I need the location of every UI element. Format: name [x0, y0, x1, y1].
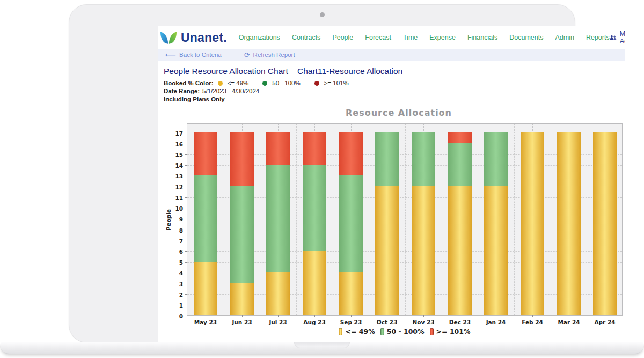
- webcam-icon: [320, 12, 325, 17]
- bar-segment: [230, 283, 254, 315]
- legend-swatch-icon: [339, 328, 342, 335]
- y-axis-tick: [185, 197, 187, 198]
- bar-segment: [412, 132, 435, 186]
- category-bottom-tick: [242, 315, 243, 317]
- my-account-button[interactable]: My Account: [610, 30, 625, 45]
- back-to-criteria-label: Back to Criteria: [179, 51, 222, 58]
- bar-segment: [521, 132, 544, 315]
- bar-segment: [339, 175, 363, 272]
- bar-segment: [266, 272, 290, 315]
- booked-color-legend-row: Booked % Color: <= 49%50 - 100%>= 101%: [164, 80, 625, 86]
- bar-segment: [194, 132, 217, 175]
- y-axis-label: 12: [167, 184, 183, 190]
- bar-segment: [194, 175, 217, 261]
- users-icon: [610, 34, 617, 41]
- y-axis-label: 10: [167, 205, 183, 212]
- y-axis-label: 17: [167, 130, 183, 137]
- bar-segment: [194, 262, 217, 315]
- plans-note: Including Plans Only: [164, 96, 625, 102]
- nav-item-organizations[interactable]: Organizations: [239, 34, 280, 41]
- y-axis-tick: [185, 165, 187, 166]
- y-axis-label: 9: [167, 216, 183, 222]
- bar-segment: [484, 186, 508, 315]
- nav-item-documents[interactable]: Documents: [509, 34, 543, 41]
- v-gridline: [587, 124, 587, 315]
- v-gridline: [296, 124, 297, 315]
- booked-legend-item: 50 - 100%: [262, 80, 300, 86]
- v-gridline: [405, 124, 406, 315]
- booked-legend-label: <= 49%: [228, 80, 249, 86]
- stacked-bar-may-23: [194, 132, 217, 315]
- refresh-report-label: Refresh Report: [253, 51, 295, 58]
- y-axis-tick: [185, 208, 187, 208]
- date-range-row: Date Range: 5/1/2023 - 4/30/2024: [164, 88, 625, 94]
- x-axis-label: Apr 24: [594, 319, 615, 325]
- category-bottom-tick: [278, 315, 279, 317]
- report-content: People Resource Allocation Chart – Chart…: [158, 61, 625, 335]
- stacked-bar-sep-23: [339, 132, 363, 315]
- refresh-report-link[interactable]: ⟳ Refresh Report: [244, 51, 295, 58]
- chart-legend-label: <= 49%: [345, 327, 375, 335]
- bar-segment: [230, 132, 254, 186]
- stacked-bar-aug-23: [303, 132, 326, 315]
- chart-legend-item: 50 - 100%: [380, 327, 425, 335]
- stacked-bar-nov-23: [412, 132, 435, 315]
- chart-legend-label: 50 - 100%: [387, 327, 425, 335]
- y-axis-label: 5: [167, 259, 183, 266]
- stacked-bar-feb-24: [521, 132, 544, 315]
- bar-segment: [593, 132, 617, 315]
- category-bottom-tick: [351, 315, 352, 317]
- y-axis-label: 6: [167, 249, 183, 255]
- y-axis-label: 8: [167, 227, 183, 234]
- v-gridline: [369, 124, 369, 315]
- category-bottom-tick: [387, 315, 387, 317]
- v-gridline: [333, 124, 333, 315]
- v-gridline: [260, 124, 260, 315]
- booked-legend-label: >= 101%: [324, 80, 349, 86]
- x-axis-label: Feb 24: [522, 319, 543, 325]
- nav-item-financials[interactable]: Financials: [467, 34, 497, 41]
- x-axis-label: Dec 23: [449, 319, 471, 325]
- v-gridline: [514, 124, 515, 315]
- booked-legend-item: >= 101%: [314, 80, 349, 86]
- nav-item-contracts[interactable]: Contracts: [292, 34, 321, 41]
- y-axis-label: 3: [167, 281, 183, 287]
- bar-segment: [266, 132, 290, 165]
- y-axis-tick: [185, 154, 187, 155]
- y-axis-label: 15: [167, 152, 183, 158]
- nav-item-forecast[interactable]: Forecast: [365, 34, 391, 41]
- back-to-criteria-link[interactable]: ⟵ Back to Criteria: [165, 51, 222, 58]
- bar-segment: [303, 165, 326, 250]
- y-axis-tick: [185, 294, 187, 295]
- y-axis-tick: [185, 176, 187, 176]
- y-axis-label: 14: [167, 162, 183, 169]
- y-axis-tick: [185, 219, 187, 219]
- my-account-label: My Account: [620, 30, 625, 45]
- x-axis-label: Jun 23: [232, 319, 252, 325]
- x-axis-label: Oct 23: [377, 319, 397, 325]
- nav-item-time[interactable]: Time: [403, 34, 418, 41]
- nav-item-admin[interactable]: Admin: [555, 34, 574, 41]
- bar-segment: [339, 272, 363, 315]
- unanet-wordmark: Unanet.: [181, 31, 227, 44]
- back-arrow-icon: ⟵: [165, 52, 176, 58]
- unanet-logo[interactable]: Unanet.: [160, 31, 227, 44]
- y-axis-tick: [185, 316, 187, 316]
- y-axis-tick: [185, 187, 187, 187]
- nav-item-expense[interactable]: Expense: [429, 34, 456, 41]
- booked-legend-label: 50 - 100%: [272, 80, 300, 86]
- category-bottom-tick: [496, 315, 496, 317]
- nav-item-people[interactable]: People: [332, 34, 353, 41]
- laptop-frame: Unanet. OrganizationsContractsPeopleFore…: [69, 4, 575, 343]
- category-bottom-tick: [569, 315, 569, 317]
- category-bottom-tick: [314, 315, 315, 317]
- chart-legend: <= 49%50 - 100%>= 101%: [187, 327, 623, 335]
- y-axis-tick: [185, 230, 187, 230]
- stacked-bar-apr-24: [593, 132, 617, 315]
- booked-legend-item: <= 49%: [218, 80, 249, 86]
- y-axis-tick: [185, 133, 187, 133]
- bar-segment: [266, 165, 290, 272]
- y-axis-tick: [185, 144, 187, 144]
- stacked-bar-jul-23: [266, 132, 290, 315]
- nav-item-reports[interactable]: Reports: [586, 34, 610, 41]
